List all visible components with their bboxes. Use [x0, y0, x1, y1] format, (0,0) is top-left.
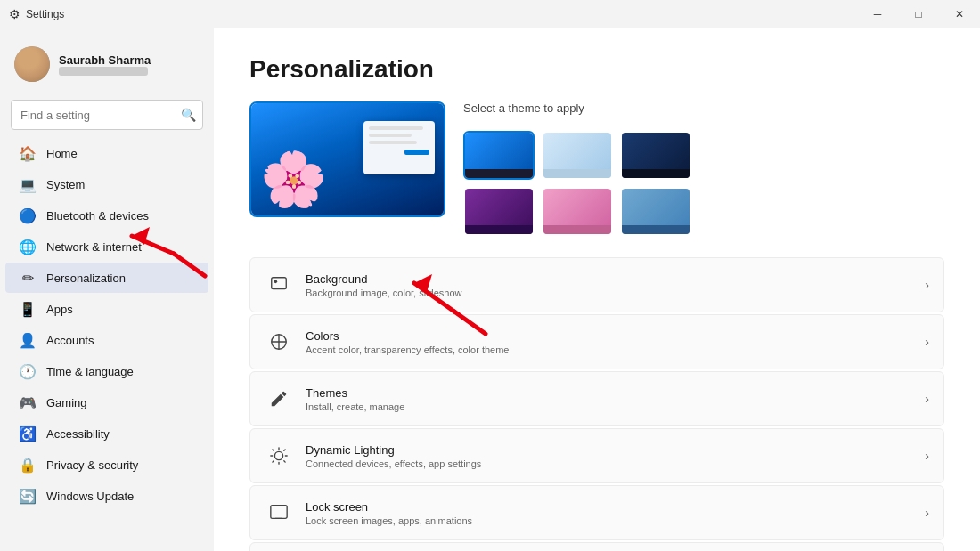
settings-item-background[interactable]: Background Background image, color, slid… — [249, 257, 944, 312]
settings-list: Background Background image, color, slid… — [249, 257, 944, 551]
settings-item-title-themes: Themes — [306, 386, 404, 400]
sidebar-item-system[interactable]: 💻 System — [5, 169, 208, 199]
colors-icon — [265, 328, 293, 356]
sidebar-item-accessibility[interactable]: ♿ Accessibility — [5, 418, 208, 449]
settings-item-left: Themes Install, create, manage — [265, 385, 404, 413]
chevron-icon-background: › — [925, 278, 929, 292]
theme-thumbnails — [463, 131, 691, 236]
titlebar-left: ⚙ Settings — [9, 7, 64, 21]
background-icon — [265, 271, 293, 299]
sidebar-item-home[interactable]: 🏠 Home — [5, 138, 208, 168]
sidebar-item-label-time: Time & language — [46, 365, 134, 378]
svg-rect-4 — [271, 506, 287, 519]
sidebar-item-bluetooth[interactable]: 🔵 Bluetooth & devices — [5, 200, 208, 231]
app-body: Saurabh Sharma 🔍 🏠 Home 💻 System 🔵 Bluet… — [0, 28, 980, 551]
search-input[interactable] — [11, 100, 203, 130]
svg-point-3 — [274, 451, 282, 459]
titlebar: ⚙ Settings ─ □ ✕ — [0, 0, 980, 28]
settings-item-lock-screen[interactable]: Lock screen Lock screen images, apps, an… — [249, 485, 944, 540]
search-box[interactable]: 🔍 — [11, 100, 203, 130]
network-icon: 🌐 — [20, 239, 36, 255]
theme-thumb-4[interactable] — [542, 187, 613, 236]
close-button[interactable]: ✕ — [939, 0, 980, 28]
restore-button[interactable]: □ — [898, 0, 939, 28]
apps-icon: 📱 — [20, 301, 36, 317]
sidebar-item-label-gaming: Gaming — [46, 396, 87, 409]
themes-icon — [265, 385, 293, 413]
dynamic-lighting-icon — [265, 442, 293, 470]
theme-thumb-5[interactable] — [620, 187, 691, 236]
settings-item-title-dynamic-lighting: Dynamic Lighting — [306, 443, 481, 457]
sidebar-item-network[interactable]: 🌐 Network & internet — [5, 231, 208, 262]
settings-icon: ⚙ — [9, 7, 20, 21]
chevron-icon-lock-screen: › — [925, 506, 929, 520]
sidebar-item-privacy[interactable]: 🔒 Privacy & security — [5, 450, 208, 480]
settings-item-subtitle-dynamic-lighting: Connected devices, effects, app settings — [306, 458, 481, 469]
sidebar-item-time[interactable]: 🕐 Time & language — [5, 356, 208, 386]
chevron-icon-themes: › — [925, 392, 929, 406]
sidebar: Saurabh Sharma 🔍 🏠 Home 💻 System 🔵 Bluet… — [0, 28, 214, 551]
settings-item-title-background: Background — [306, 272, 461, 286]
settings-item-title-colors: Colors — [306, 329, 509, 343]
accessibility-icon: ♿ — [20, 425, 36, 442]
sidebar-item-label-accessibility: Accessibility — [46, 427, 110, 441]
sidebar-item-label-windows-update: Windows Update — [46, 490, 134, 503]
minimize-button[interactable]: ─ — [857, 0, 898, 28]
settings-item-themes[interactable]: Themes Install, create, manage › — [249, 371, 944, 426]
chevron-icon-dynamic-lighting: › — [925, 449, 929, 463]
main-content: Personalization 🌸 — [214, 28, 980, 551]
theme-thumb-2[interactable] — [620, 131, 691, 180]
sidebar-item-label-system: System — [46, 178, 85, 191]
theme-section-label: Select a theme to apply — [463, 101, 691, 115]
settings-item-subtitle-lock-screen: Lock screen images, apps, animations — [306, 515, 472, 526]
sidebar-item-label-personalization: Personalization — [46, 271, 126, 285]
theme-section: 🌸 Select a theme to appl — [249, 101, 944, 236]
privacy-icon: 🔒 — [20, 457, 36, 473]
settings-item-colors[interactable]: Colors Accent color, transparency effect… — [249, 314, 944, 369]
theme-preview-main: 🌸 — [249, 101, 445, 217]
sidebar-item-apps[interactable]: 📱 Apps — [5, 294, 208, 324]
theme-thumb-1[interactable] — [542, 131, 613, 180]
theme-thumb-3[interactable] — [463, 187, 535, 236]
sidebar-item-label-apps: Apps — [46, 303, 73, 316]
user-email — [59, 67, 148, 76]
home-icon: 🏠 — [20, 145, 36, 161]
settings-item-subtitle-background: Background image, color, slideshow — [306, 288, 461, 298]
sidebar-item-personalization[interactable]: ✏ Personalization — [5, 263, 208, 293]
windows-update-icon: 🔄 — [20, 488, 36, 504]
time-icon: 🕐 — [20, 363, 36, 379]
lock-screen-icon — [265, 498, 293, 527]
svg-rect-0 — [272, 278, 287, 289]
user-info: Saurabh Sharma — [59, 53, 151, 76]
search-icon: 🔍 — [181, 108, 196, 122]
settings-item-title-lock-screen: Lock screen — [306, 500, 472, 514]
sidebar-item-windows-update[interactable]: 🔄 Windows Update — [5, 481, 208, 511]
page-title: Personalization — [249, 55, 944, 84]
user-profile[interactable]: Saurabh Sharma — [0, 36, 214, 93]
avatar — [14, 46, 50, 82]
sidebar-item-label-network: Network & internet — [46, 240, 142, 254]
sidebar-item-label-accounts: Accounts — [46, 334, 94, 347]
settings-item-text-background: Background Background image, color, slid… — [306, 272, 461, 298]
settings-item-subtitle-themes: Install, create, manage — [306, 401, 404, 412]
settings-item-left: Lock screen Lock screen images, apps, an… — [265, 498, 472, 527]
settings-item-text-themes: Themes Install, create, manage — [306, 386, 404, 412]
sidebar-item-label-privacy: Privacy & security — [46, 458, 138, 472]
settings-item-text-colors: Colors Accent color, transparency effect… — [306, 329, 509, 355]
user-name: Saurabh Sharma — [59, 53, 151, 67]
settings-item-left: Colors Accent color, transparency effect… — [265, 328, 509, 356]
settings-item-dynamic-lighting[interactable]: Dynamic Lighting Connected devices, effe… — [249, 428, 944, 483]
accounts-icon: 👤 — [20, 332, 36, 348]
settings-item-text-dynamic-lighting: Dynamic Lighting Connected devices, effe… — [306, 443, 481, 469]
bluetooth-icon: 🔵 — [20, 207, 36, 223]
theme-thumb-0[interactable] — [463, 131, 535, 180]
system-icon: 💻 — [20, 176, 36, 192]
gaming-icon: 🎮 — [20, 394, 36, 410]
settings-item-text-input[interactable]: Text input Touch keyboard, voice typing,… — [249, 542, 944, 551]
settings-item-subtitle-colors: Accent color, transparency effects, colo… — [306, 344, 509, 355]
titlebar-title: Settings — [26, 8, 64, 20]
sidebar-item-gaming[interactable]: 🎮 Gaming — [5, 387, 208, 417]
sidebar-item-accounts[interactable]: 👤 Accounts — [5, 325, 208, 355]
chevron-icon-colors: › — [925, 335, 929, 349]
personalization-icon: ✏ — [20, 270, 36, 286]
